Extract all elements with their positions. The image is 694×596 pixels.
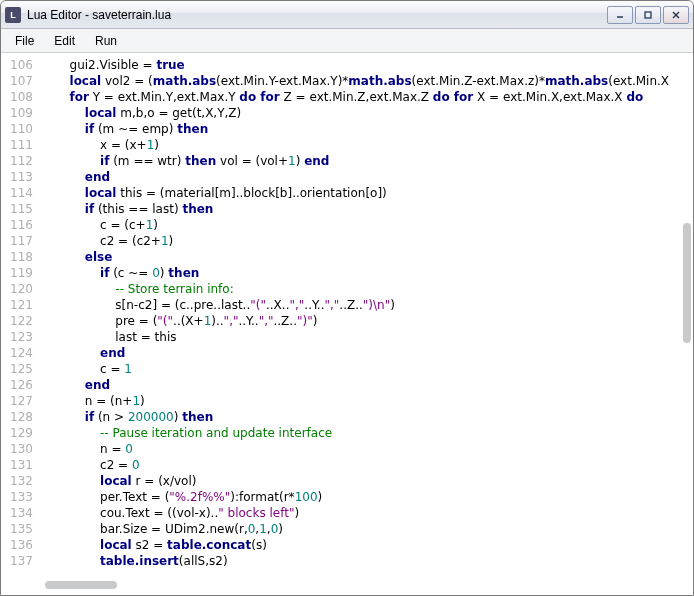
line-number: 109 bbox=[1, 105, 39, 121]
code-line: end bbox=[39, 377, 693, 393]
line-number: 123 bbox=[1, 329, 39, 345]
code-line: local this = (material[m]..block[b]..ori… bbox=[39, 185, 693, 201]
code-line: local s2 = table.concat(s) bbox=[39, 537, 693, 553]
line-number: 113 bbox=[1, 169, 39, 185]
line-number: 107 bbox=[1, 73, 39, 89]
line-number: 135 bbox=[1, 521, 39, 537]
code-area[interactable]: gui2.Visible = true local vol2 = (math.a… bbox=[39, 53, 693, 595]
code-line: c2 = 0 bbox=[39, 457, 693, 473]
svg-rect-1 bbox=[645, 12, 651, 18]
code-line: end bbox=[39, 169, 693, 185]
code-line: last = this bbox=[39, 329, 693, 345]
code-line: gui2.Visible = true bbox=[39, 57, 693, 73]
line-number: 111 bbox=[1, 137, 39, 153]
line-number: 108 bbox=[1, 89, 39, 105]
line-number: 129 bbox=[1, 425, 39, 441]
maximize-button[interactable] bbox=[635, 6, 661, 24]
line-number: 137 bbox=[1, 553, 39, 569]
line-number: 132 bbox=[1, 473, 39, 489]
line-number: 116 bbox=[1, 217, 39, 233]
code-line: n = (n+1) bbox=[39, 393, 693, 409]
code-line: cou.Text = ((vol-x).." blocks left") bbox=[39, 505, 693, 521]
line-number: 114 bbox=[1, 185, 39, 201]
code-line: for Y = ext.Min.Y,ext.Max.Y do for Z = e… bbox=[39, 89, 693, 105]
code-line: per.Text = ("%.2f%%"):format(r*100) bbox=[39, 489, 693, 505]
code-line: x = (x+1) bbox=[39, 137, 693, 153]
code-line: if (n > 200000) then bbox=[39, 409, 693, 425]
code-line: c = 1 bbox=[39, 361, 693, 377]
code-line: -- Store terrain info: bbox=[39, 281, 693, 297]
titlebar[interactable]: L Lua Editor - saveterrain.lua bbox=[1, 1, 693, 29]
code-line: s[n-c2] = (c..pre..last.."("..X..","..Y.… bbox=[39, 297, 693, 313]
line-number: 128 bbox=[1, 409, 39, 425]
code-line: local vol2 = (math.abs(ext.Min.Y-ext.Max… bbox=[39, 73, 693, 89]
code-line: pre = ("("..(X+1)..","..Y..","..Z..")") bbox=[39, 313, 693, 329]
line-number: 118 bbox=[1, 249, 39, 265]
code-line: if (this == last) then bbox=[39, 201, 693, 217]
code-line: end bbox=[39, 345, 693, 361]
code-line: local m,b,o = get(t,X,Y,Z) bbox=[39, 105, 693, 121]
menu-run[interactable]: Run bbox=[85, 31, 127, 51]
line-number: 124 bbox=[1, 345, 39, 361]
line-number: 127 bbox=[1, 393, 39, 409]
line-number: 130 bbox=[1, 441, 39, 457]
vertical-scrollbar[interactable] bbox=[683, 223, 691, 343]
menu-file[interactable]: File bbox=[5, 31, 44, 51]
line-number: 110 bbox=[1, 121, 39, 137]
code-line: -- Pause iteration and update interface bbox=[39, 425, 693, 441]
code-line: bar.Size = UDim2.new(r,0,1,0) bbox=[39, 521, 693, 537]
minimize-button[interactable] bbox=[607, 6, 633, 24]
line-number: 106 bbox=[1, 57, 39, 73]
line-number: 119 bbox=[1, 265, 39, 281]
line-number: 136 bbox=[1, 537, 39, 553]
line-number: 134 bbox=[1, 505, 39, 521]
menu-edit[interactable]: Edit bbox=[44, 31, 85, 51]
code-line: if (m == wtr) then vol = (vol+1) end bbox=[39, 153, 693, 169]
window-title: Lua Editor - saveterrain.lua bbox=[27, 8, 607, 22]
code-line: local r = (x/vol) bbox=[39, 473, 693, 489]
code-line: c = (c+1) bbox=[39, 217, 693, 233]
line-gutter: 1061071081091101111121131141151161171181… bbox=[1, 53, 39, 595]
line-number: 117 bbox=[1, 233, 39, 249]
line-number: 125 bbox=[1, 361, 39, 377]
app-icon: L bbox=[5, 7, 21, 23]
code-line: if (m ~= emp) then bbox=[39, 121, 693, 137]
line-number: 122 bbox=[1, 313, 39, 329]
code-line: if (c ~= 0) then bbox=[39, 265, 693, 281]
line-number: 112 bbox=[1, 153, 39, 169]
code-line: c2 = (c2+1) bbox=[39, 233, 693, 249]
horizontal-scrollbar[interactable] bbox=[45, 581, 117, 589]
window-buttons bbox=[607, 6, 689, 24]
line-number: 120 bbox=[1, 281, 39, 297]
code-line: n = 0 bbox=[39, 441, 693, 457]
menubar: File Edit Run bbox=[1, 29, 693, 53]
line-number: 121 bbox=[1, 297, 39, 313]
code-editor[interactable]: 1061071081091101111121131141151161171181… bbox=[1, 53, 693, 595]
line-number: 115 bbox=[1, 201, 39, 217]
close-button[interactable] bbox=[663, 6, 689, 24]
code-line: else bbox=[39, 249, 693, 265]
line-number: 133 bbox=[1, 489, 39, 505]
code-line: table.insert(allS,s2) bbox=[39, 553, 693, 569]
line-number: 126 bbox=[1, 377, 39, 393]
line-number: 131 bbox=[1, 457, 39, 473]
